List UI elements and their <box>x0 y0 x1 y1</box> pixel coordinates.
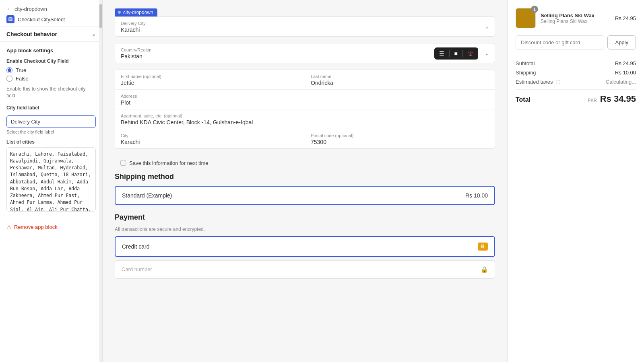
product-name: Selling Plans Ski Wax <box>541 12 610 19</box>
postal-code-field[interactable]: Postal code (optional) 75300 <box>305 129 495 148</box>
shipping-value: Rs 10.00 <box>615 70 636 76</box>
payment-option[interactable]: Credit card B <box>116 237 494 256</box>
svg-rect-0 <box>8 17 12 21</box>
subtotal-label: Subtotal <box>516 60 535 66</box>
delivery-city-content: Delivery City Karachi <box>121 21 146 33</box>
scrollbar-thumb <box>99 4 102 28</box>
enable-radio-group: True False <box>6 67 96 82</box>
last-name-field[interactable]: Last name Ondricka <box>305 70 495 89</box>
city-label-section: City field label Select the city field l… <box>6 105 96 134</box>
delivery-city-label: Delivery City <box>121 21 146 26</box>
remove-label: Remove app block <box>14 224 58 230</box>
taxes-info-icon: ⓘ <box>556 80 560 84</box>
country-field[interactable]: Country/Region Pakistan ☰ ■ 🗑 ⌄ <box>115 43 495 63</box>
address-value: Plot <box>121 99 489 106</box>
chevron-down-icon: ⌄ <box>92 31 96 37</box>
payment-option-name: Credit card <box>122 243 149 250</box>
city-postal-row: City Karachi Postal code (optional) 7530… <box>115 129 495 148</box>
country-chevron-icon: ⌄ <box>485 50 489 56</box>
save-info-row: Save this information for next time <box>115 155 495 171</box>
checkout-behavior-header[interactable]: Checkout behavior ⌄ <box>6 31 96 37</box>
product-price: Rs 24.95 <box>615 15 636 21</box>
main-content: city-dropdown Delivery City Karachi ⌄ Co… <box>103 0 644 362</box>
country-right: ☰ ■ 🗑 ⌄ <box>434 47 489 60</box>
delivery-city-card: Delivery City Karachi ⌄ <box>115 16 495 37</box>
product-info: Selling Plans Ski Wax Selling Plans Ski … <box>541 12 610 24</box>
shipping-heading: Shipping method <box>115 173 495 181</box>
save-info-checkbox[interactable] <box>120 160 126 166</box>
component-icon <box>6 15 14 23</box>
radio-true-input[interactable] <box>6 67 12 73</box>
toolbar-delete-btn[interactable]: 🗑 <box>466 49 475 58</box>
apply-button[interactable]: Apply <box>607 35 636 49</box>
city-dropdown-tag: city-dropdown <box>115 8 157 16</box>
app-block-settings: App block settings Enable Checkout City … <box>0 42 102 219</box>
discount-input[interactable] <box>516 35 604 49</box>
delivery-city-field[interactable]: Delivery City Karachi ⌄ <box>115 17 495 36</box>
address-label: Address <box>121 94 489 99</box>
payment-card: Credit card B <box>115 236 495 257</box>
first-name-field[interactable]: First name (optional) Jettie <box>115 70 305 89</box>
payment-secure-text: All transactions are secure and encrypte… <box>115 226 495 232</box>
shipping-option[interactable]: Standard (Example) Rs 10.00 <box>116 187 494 204</box>
total-line: Total PKR Rs 34.95 <box>516 94 636 104</box>
sidebar-scrollbar[interactable] <box>99 0 102 362</box>
apartment-field[interactable]: Apartment, suite, etc. (optional) Behind… <box>115 109 495 129</box>
toolbar-divider-1 <box>449 50 450 57</box>
radio-true[interactable]: True <box>6 67 96 73</box>
city-field[interactable]: City Karachi <box>115 129 305 148</box>
card-number-field[interactable]: Card number 🔒 <box>115 260 495 279</box>
subtotal-value: Rs 24.95 <box>615 60 636 66</box>
checkout-preview: city-dropdown Delivery City Karachi ⌄ Co… <box>103 0 507 362</box>
apartment-value: Behind KDA Civic Center, Block -14, Guls… <box>121 119 489 125</box>
card-number-placeholder: Card number <box>122 266 152 272</box>
radio-false[interactable]: False <box>6 76 96 82</box>
component-label: Checkout CitySelect <box>6 15 96 23</box>
save-info-label: Save this information for next time <box>129 160 208 166</box>
last-name-label: Last name <box>311 74 489 79</box>
city-label: City <box>121 133 299 138</box>
enable-field-hint: Enable this to show the checkout city fi… <box>6 86 96 99</box>
back-icon[interactable]: ← <box>6 6 12 12</box>
country-value: Pakistan <box>121 53 151 60</box>
address-row: Address Plot <box>115 90 495 109</box>
address-field[interactable]: Address Plot <box>115 90 495 109</box>
svg-rect-1 <box>9 19 12 19</box>
toolbar-btn-2[interactable]: ■ <box>453 49 459 58</box>
payment-heading: Payment <box>115 213 495 222</box>
svg-rect-2 <box>9 20 11 21</box>
radio-true-label: True <box>16 67 26 73</box>
city-label-input[interactable] <box>6 115 96 128</box>
breadcrumb-label: city-dropdown <box>14 6 47 12</box>
app-block-settings-title: App block settings <box>6 47 96 53</box>
city-dropdown-section: city-dropdown Delivery City Karachi ⌄ <box>115 8 495 43</box>
enable-field-label: Enable Checkout City Field <box>6 58 96 64</box>
sidebar-top: ← city-dropdown Checkout CitySelect <box>0 0 102 27</box>
apartment-label: Apartment, suite, etc. (optional) <box>121 113 489 118</box>
summary-divider-2 <box>516 89 636 90</box>
lock-icon: 🔒 <box>481 266 488 273</box>
toolbar-overlay: ☰ ■ 🗑 <box>434 47 478 60</box>
checkout-behavior-title: Checkout behavior <box>6 31 57 37</box>
apartment-row: Apartment, suite, etc. (optional) Behind… <box>115 109 495 129</box>
product-badge: 1 <box>531 6 538 13</box>
shipping-option-price: Rs 10.00 <box>465 192 488 199</box>
sidebar: ← city-dropdown Checkout CitySelect Chec… <box>0 0 103 362</box>
taxes-line: Estimated taxes ⓘ Calculating... <box>516 79 636 85</box>
name-card: First name (optional) Jettie Last name O… <box>115 70 495 149</box>
total-label: Total <box>516 96 530 103</box>
order-summary: 1 Selling Plans Ski Wax Selling Plans Sk… <box>507 0 644 362</box>
toolbar-btn-1[interactable]: ☰ <box>438 49 446 58</box>
breadcrumb[interactable]: ← city-dropdown <box>6 6 96 12</box>
cities-textarea[interactable]: Karachi, Lahore, Faisalabad, Rawalpindi,… <box>6 147 96 212</box>
tag-dot <box>118 11 121 14</box>
first-name-label: First name (optional) <box>121 74 299 79</box>
radio-false-input[interactable] <box>6 76 12 82</box>
last-name-value: Ondricka <box>311 80 489 86</box>
city-label-hint: Select the city field label <box>6 130 96 134</box>
payment-badge: B <box>478 243 488 251</box>
tag-label: city-dropdown <box>123 10 153 15</box>
delivery-city-value: Karachi <box>121 27 146 33</box>
remove-app-block[interactable]: ⚠ Remove app block <box>0 219 102 235</box>
product-row: 1 Selling Plans Ski Wax Selling Plans Sk… <box>516 8 636 28</box>
